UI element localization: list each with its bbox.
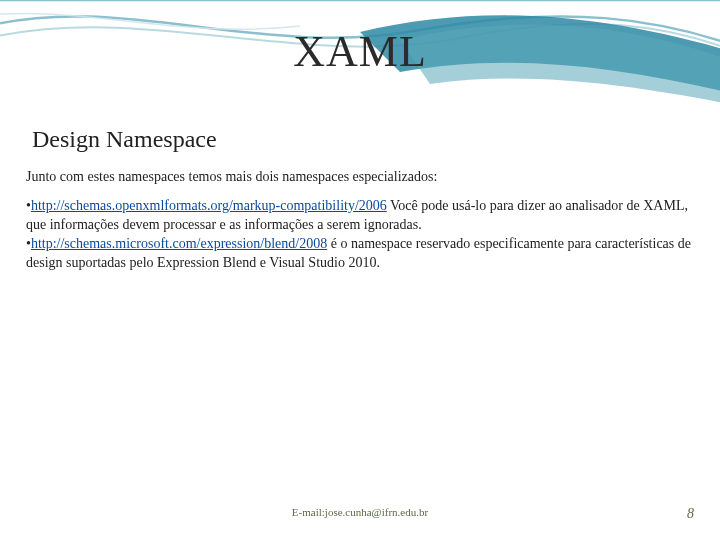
namespace-link-expression-blend[interactable]: http://schemas.microsoft.com/expression/… xyxy=(31,236,327,251)
body-text: Junto com estes namespaces temos mais do… xyxy=(26,168,694,272)
namespace-link-markup-compatibility[interactable]: http://schemas.openxmlformats.org/markup… xyxy=(31,198,387,213)
page-number: 8 xyxy=(687,506,694,522)
bullet-list: •http://schemas.openxmlformats.org/marku… xyxy=(26,197,694,273)
section-heading: Design Namespace xyxy=(32,126,217,153)
slide-title: XAML xyxy=(0,26,720,77)
slide: XAML Design Namespace Junto com estes na… xyxy=(0,0,720,540)
intro-paragraph: Junto com estes namespaces temos mais do… xyxy=(26,168,694,187)
footer: E-mail:jose.cunha@ifrn.edu.br 8 xyxy=(0,506,720,526)
footer-email: E-mail:jose.cunha@ifrn.edu.br xyxy=(292,506,428,518)
